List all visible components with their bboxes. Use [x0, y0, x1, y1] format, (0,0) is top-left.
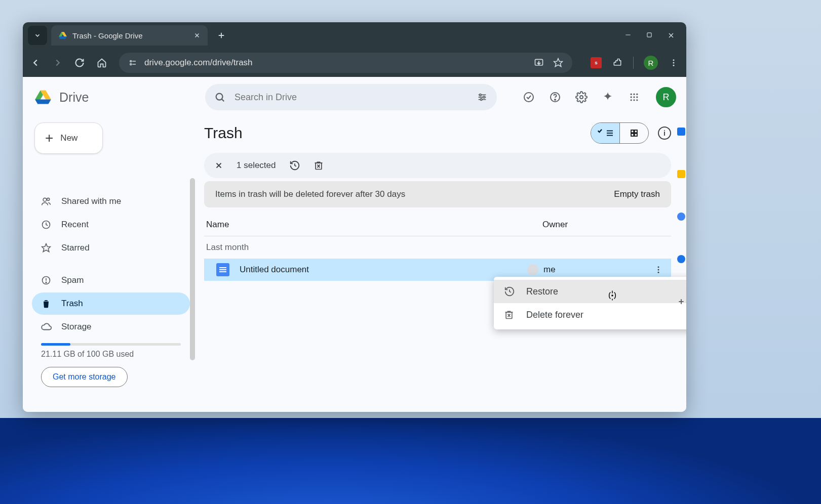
file-owner: me — [527, 264, 654, 275]
alert-icon — [41, 275, 52, 285]
browser-addressbar: drive.google.com/drive/trash S R — [23, 49, 686, 77]
home-button[interactable] — [97, 58, 110, 68]
selection-count: 1 selected — [237, 160, 276, 171]
forward-button[interactable] — [52, 57, 65, 68]
owner-avatar-icon — [527, 264, 538, 275]
row-more-button[interactable] — [654, 265, 663, 274]
sidebar-item-trash[interactable]: Trash — [32, 292, 190, 315]
sidebar-item-recent[interactable]: Recent — [32, 214, 190, 236]
tab-title: Trash - Google Drive — [72, 31, 143, 40]
sidebar-scrollbar[interactable] — [190, 178, 195, 360]
new-tab-button[interactable] — [217, 31, 226, 40]
delete-forever-action-icon[interactable] — [314, 160, 324, 171]
main-content: Trash i 1 selected Items in trash will — [195, 77, 686, 412]
svg-point-69 — [658, 272, 659, 273]
reload-button[interactable] — [74, 58, 88, 68]
file-name: Untitled document — [240, 265, 527, 275]
svg-point-46 — [43, 198, 47, 201]
extension-seo-icon[interactable]: S — [591, 57, 602, 68]
svg-point-67 — [658, 266, 659, 268]
svg-point-12 — [130, 61, 132, 62]
table-header: Name Owner — [204, 214, 671, 236]
grid-view-button[interactable] — [620, 123, 648, 143]
bookmark-icon[interactable] — [553, 58, 563, 68]
star-icon — [41, 243, 52, 253]
calendar-rail-icon[interactable] — [677, 128, 685, 136]
svg-point-68 — [658, 269, 659, 271]
svg-rect-57 — [631, 130, 634, 133]
svg-point-13 — [130, 64, 132, 65]
ctx-delete-forever[interactable]: Delete forever — [494, 303, 686, 326]
back-button[interactable] — [30, 57, 43, 68]
tab-close-button[interactable] — [193, 32, 201, 39]
sidebar-item-label: Starred — [61, 243, 90, 253]
svg-rect-59 — [631, 134, 634, 136]
docs-file-icon — [216, 263, 229, 276]
url-input[interactable]: drive.google.com/drive/trash — [119, 53, 572, 73]
site-info-icon[interactable] — [128, 58, 137, 67]
install-app-icon[interactable] — [534, 58, 544, 68]
sidebar-item-label: Shared with me — [61, 196, 121, 206]
tab-search-button[interactable] — [28, 26, 47, 45]
sidebar-item-label: Trash — [61, 299, 83, 309]
svg-point-21 — [673, 65, 675, 66]
browser-titlebar: Trash - Google Drive — [23, 22, 686, 49]
svg-marker-3 — [59, 36, 67, 39]
group-label: Last month — [204, 236, 671, 259]
restore-action-icon[interactable] — [289, 160, 300, 171]
sidebar-item-spam[interactable]: Spam — [32, 269, 190, 291]
contacts-rail-icon[interactable] — [677, 255, 685, 263]
get-storage-button[interactable]: Get more storage — [41, 367, 128, 387]
window-maximize-button[interactable] — [646, 31, 653, 39]
clear-selection-button[interactable] — [214, 161, 223, 170]
empty-trash-button[interactable]: Empty trash — [614, 189, 660, 199]
col-owner[interactable]: Owner — [542, 220, 669, 230]
window-close-button[interactable] — [667, 31, 675, 39]
restore-icon — [504, 286, 515, 297]
col-name[interactable]: Name — [206, 220, 542, 230]
browser-tab[interactable]: Trash - Google Drive — [51, 25, 208, 46]
view-toggle — [591, 122, 649, 144]
sidebar-item-shared[interactable]: Shared with me — [32, 190, 190, 213]
svg-marker-18 — [554, 59, 563, 67]
page-title: Trash — [204, 124, 243, 142]
svg-point-19 — [673, 59, 675, 61]
cloud-icon — [41, 321, 52, 332]
list-view-button[interactable] — [591, 123, 619, 143]
new-button-label: New — [60, 133, 77, 143]
people-icon — [41, 196, 52, 206]
keep-rail-icon[interactable] — [677, 170, 685, 178]
svg-marker-49 — [42, 244, 51, 252]
svg-rect-9 — [647, 33, 651, 37]
svg-rect-60 — [635, 134, 637, 136]
svg-point-47 — [47, 198, 50, 200]
addons-rail-icon[interactable] — [677, 298, 685, 306]
ctx-delete-label: Delete forever — [526, 310, 583, 320]
sidebar-item-label: Spam — [61, 275, 84, 285]
sidebar-item-starred[interactable]: Starred — [32, 237, 190, 259]
sidebar-item-computers[interactable]: x — [32, 169, 190, 180]
url-text: drive.google.com/drive/trash — [144, 58, 527, 68]
ctx-restore[interactable]: Restore — [494, 280, 686, 303]
svg-point-52 — [46, 282, 47, 283]
browser-profile-button[interactable]: R — [644, 56, 658, 70]
browser-menu-button[interactable] — [668, 57, 679, 68]
plus-icon: + — [45, 130, 53, 146]
extensions-icon[interactable] — [612, 57, 623, 68]
sidebar-item-label: Recent — [61, 220, 89, 230]
details-icon[interactable]: i — [658, 127, 671, 140]
storage-text: 21.11 GB of 100 GB used — [41, 350, 190, 359]
storage-bar — [41, 343, 181, 346]
svg-rect-58 — [635, 130, 637, 133]
divider — [633, 57, 634, 69]
window-minimize-button[interactable] — [624, 31, 632, 39]
sidebar-item-storage[interactable]: Storage — [32, 316, 190, 338]
ctx-restore-label: Restore — [526, 286, 558, 297]
new-button[interactable]: + New — [34, 122, 103, 154]
delete-forever-icon — [504, 310, 515, 320]
side-panel — [676, 122, 686, 306]
svg-point-20 — [673, 62, 675, 64]
trash-icon — [41, 299, 52, 309]
sidebar-item-label: Storage — [61, 322, 92, 332]
tasks-rail-icon[interactable] — [677, 213, 685, 221]
